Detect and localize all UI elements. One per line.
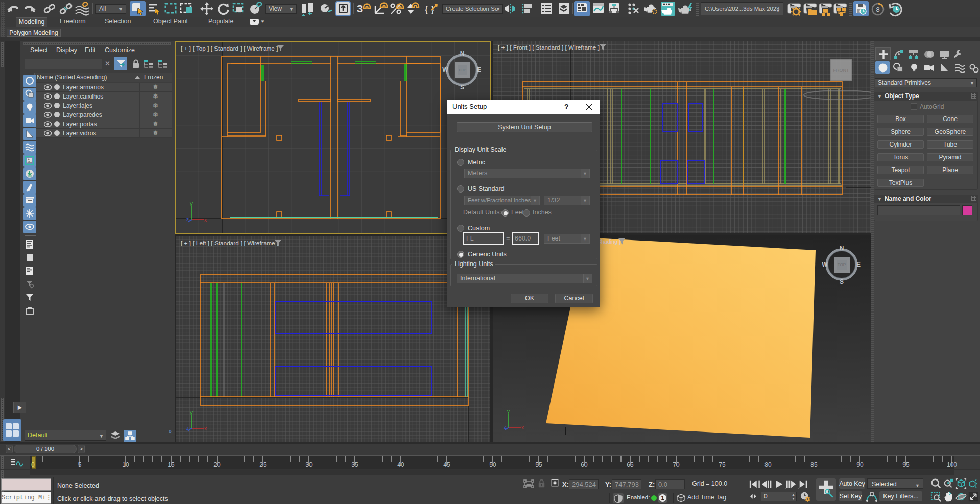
- svg-text:y: y: [190, 201, 193, 206]
- svg-text:W: W: [442, 66, 448, 74]
- svg-text:x: x: [521, 425, 524, 430]
- svg-text:3: 3: [357, 3, 363, 14]
- svg-text:z: z: [504, 424, 506, 430]
- svg-text:W: W: [822, 261, 828, 268]
- svg-text:[ + ] [ Left ] [ Standard ] [: [ + ] [ Left ] [ Standard ] [ Wireframe …: [181, 239, 278, 247]
- svg-text:[ + ] [ Front ] [ Standard ] [: [ + ] [ Front ] [ Standard ] [ Wireframe…: [498, 44, 600, 51]
- svg-text:S: S: [840, 278, 844, 285]
- svg-text:z: z: [186, 217, 189, 222]
- svg-text:x: x: [204, 217, 207, 223]
- svg-text:y: y: [190, 410, 193, 415]
- svg-text:N: N: [460, 50, 465, 57]
- svg-text:TOP: TOP: [458, 68, 466, 73]
- svg-text:TOP: TOP: [838, 262, 846, 267]
- svg-text:y: y: [507, 409, 510, 414]
- svg-text:N: N: [840, 245, 844, 252]
- svg-text:E: E: [477, 66, 481, 74]
- svg-text:[ + ] [ Top ] [ Standard ] [ W: [ + ] [ Top ] [ Standard ] [ Wireframe ]: [181, 45, 278, 52]
- svg-text:8: 8: [876, 6, 879, 13]
- svg-text:z: z: [186, 425, 189, 431]
- svg-text:E: E: [856, 261, 861, 268]
- svg-text:x: x: [204, 426, 207, 431]
- svg-text:S: S: [460, 84, 464, 91]
- svg-text:FRONT: FRONT: [833, 68, 849, 73]
